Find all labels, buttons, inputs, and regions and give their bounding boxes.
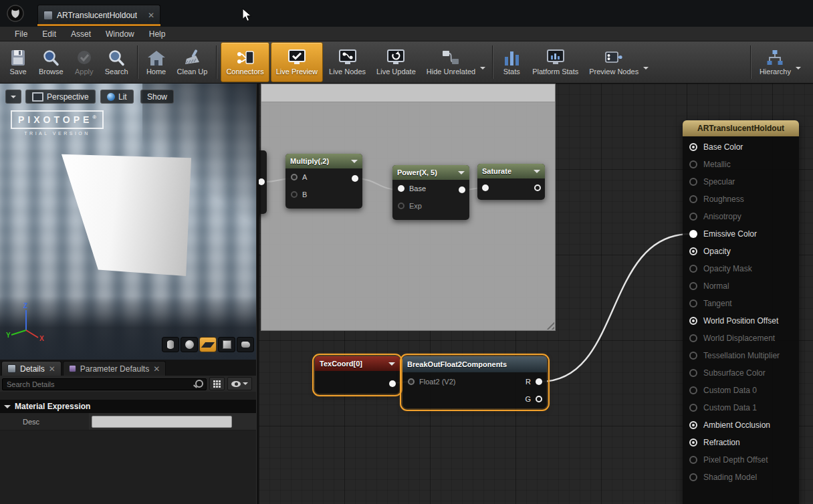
output-pin-r[interactable] [536, 378, 542, 385]
section-material-expression[interactable]: Material Expression [0, 400, 256, 413]
node-power[interactable]: Power(X, 5) Base Exp [392, 165, 469, 220]
output-pin[interactable] [534, 184, 541, 191]
live-update-button[interactable]: Live Update [372, 43, 421, 82]
menu-help[interactable]: Help [142, 28, 172, 40]
toolbar-separator [216, 45, 217, 79]
clean-up-button[interactable]: Clean Up [172, 43, 213, 82]
output-pin-g[interactable] [536, 396, 542, 402]
search-icon [195, 380, 203, 388]
pin-emissive-color[interactable] [689, 230, 697, 238]
search-button[interactable]: Search [100, 43, 133, 82]
save-button[interactable]: Save [3, 43, 33, 82]
tab-close-icon[interactable]: ✕ [153, 365, 160, 373]
lit-mode-button[interactable]: Lit [100, 90, 134, 104]
search-details-input[interactable] [2, 378, 207, 390]
pin-normal[interactable] [689, 282, 697, 290]
connectors-button[interactable]: Connectors [221, 42, 269, 82]
pin-subsurface-color[interactable] [689, 369, 697, 377]
chevron-down-icon[interactable] [534, 170, 540, 176]
viewport-options-dropdown[interactable] [5, 90, 21, 104]
chevron-down-icon[interactable] [388, 362, 395, 369]
show-button[interactable]: Show [140, 90, 174, 104]
preview-nodes-button[interactable]: Preview Nodes [584, 43, 651, 82]
live-nodes-button[interactable]: Live Nodes [324, 43, 370, 82]
platform-stats-button[interactable]: Platform Stats [528, 43, 583, 82]
svg-text:Y: Y [6, 332, 11, 339]
chevron-down-icon[interactable] [458, 171, 465, 178]
pin-custom-data-0[interactable] [689, 386, 697, 394]
tab-details[interactable]: Details ✕ [1, 361, 62, 376]
pin-ambient-occlusion[interactable] [689, 421, 697, 429]
toolbar-separator [492, 45, 493, 79]
material-graph-canvas[interactable]: Multiply(,2) A B Power(X, 5) Base Exp Sa… [259, 84, 813, 504]
tab-parameter-defaults[interactable]: Parameter Defaults ✕ [63, 361, 166, 376]
cube-shape-button[interactable] [218, 337, 235, 352]
browse-button[interactable]: Browse [34, 43, 68, 82]
preview-viewport[interactable]: Perspective Lit Show PIXOTOPE® TRIAL VER… [0, 84, 256, 360]
pin-base-color[interactable] [689, 143, 697, 151]
material-asset-icon [43, 11, 53, 20]
input-pin[interactable] [482, 184, 489, 191]
node-multiply[interactable]: Multiply(,2) A B [285, 154, 362, 209]
view-options-button[interactable] [227, 377, 252, 390]
chevron-down-icon[interactable] [480, 67, 485, 72]
pin-tangent[interactable] [689, 299, 697, 307]
live-preview-button[interactable]: Live Preview [271, 42, 323, 82]
pin-metallic[interactable] [689, 160, 697, 168]
node-texcoord[interactable]: TexCoord[0] [315, 356, 400, 394]
home-button[interactable]: Home [142, 43, 171, 82]
pin-opacity-mask[interactable] [689, 265, 697, 273]
cylinder-shape-button[interactable] [162, 337, 179, 352]
apply-button[interactable]: Apply [70, 43, 99, 82]
pin-specular[interactable] [689, 178, 697, 186]
node-breakout-float2[interactable]: BreakOutFloat2Components Float2 (V2) R G [402, 356, 547, 408]
node-offscreen-stub[interactable] [259, 150, 267, 214]
pin-world-displacement[interactable] [689, 334, 697, 342]
asset-tab[interactable]: ARTranslucentHoldout ✕ [37, 5, 160, 25]
chevron-down-icon[interactable] [351, 160, 358, 166]
perspective-button[interactable]: Perspective [25, 90, 96, 104]
input-pin-base[interactable] [398, 185, 404, 192]
menu-window[interactable]: Window [99, 28, 141, 40]
pin-world-position-offset[interactable] [689, 317, 697, 325]
chevron-down-icon[interactable] [796, 67, 801, 72]
teapot-shape-button[interactable] [237, 337, 254, 352]
desc-input[interactable] [92, 416, 232, 428]
hierarchy-button[interactable]: Hierarchy [755, 43, 804, 82]
tab-close-icon[interactable]: ✕ [148, 11, 154, 19]
menu-asset[interactable]: Asset [64, 28, 98, 40]
input-pin-a[interactable] [291, 174, 298, 180]
comment-header[interactable] [261, 84, 555, 102]
plane-shape-button[interactable] [199, 337, 217, 352]
pin-roughness[interactable] [689, 195, 697, 203]
node-saturate[interactable]: Saturate [477, 164, 545, 200]
input-pin-exp[interactable] [398, 203, 404, 209]
property-matrix-button[interactable] [209, 377, 225, 390]
tab-close-icon[interactable]: ✕ [49, 365, 55, 373]
pin-opacity[interactable] [689, 247, 697, 255]
hide-unrelated-button[interactable]: Hide Unrelated [422, 43, 488, 82]
unreal-engine-logo-icon[interactable] [5, 3, 25, 23]
chevron-down-icon[interactable] [643, 67, 649, 72]
pin-shading-model[interactable] [689, 473, 697, 481]
output-pin[interactable] [352, 175, 358, 182]
pin-pixel-depth-offset[interactable] [689, 456, 697, 464]
pin-anisotropy[interactable] [689, 213, 697, 221]
stats-button[interactable]: Stats [497, 43, 526, 82]
input-pin-b[interactable] [291, 191, 298, 198]
cube-icon [223, 340, 231, 349]
output-pin[interactable] [389, 380, 396, 387]
clean-up-icon [182, 49, 202, 67]
input-pin-float2[interactable] [408, 378, 415, 385]
output-pin[interactable] [259, 178, 265, 185]
pin-refraction[interactable] [689, 438, 697, 447]
material-result-node[interactable]: ARTranslucentHoldout Base Color Metallic… [683, 120, 799, 504]
pixotope-watermark: PIXOTOPE® TRIAL VERSION [11, 110, 104, 136]
sphere-shape-button[interactable] [181, 337, 198, 352]
menu-file[interactable]: File [8, 28, 34, 40]
pin-custom-data-1[interactable] [689, 404, 697, 412]
comment-resize-grip[interactable] [544, 320, 554, 330]
output-pin[interactable] [459, 186, 465, 193]
pin-tessellation-multiplier[interactable] [689, 352, 697, 360]
menu-edit[interactable]: Edit [35, 28, 63, 40]
